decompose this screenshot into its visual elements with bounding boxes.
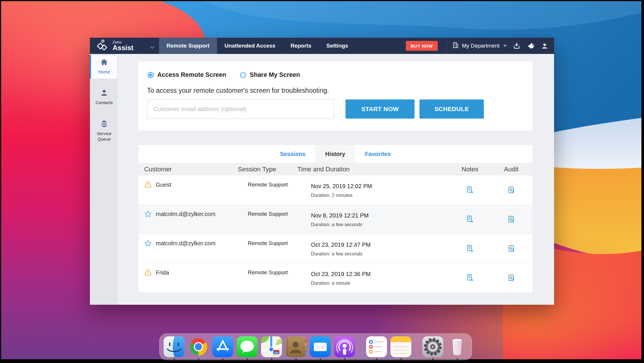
session-time: Nov 25, 2019 12:02 PM	[311, 183, 445, 190]
user-profile-button[interactable]	[538, 42, 554, 50]
dock-contacts[interactable]	[285, 336, 306, 360]
macos-dock: 280	[159, 333, 472, 360]
customer-email-input[interactable]	[147, 99, 334, 119]
start-now-button[interactable]: START NOW	[345, 99, 415, 119]
tab-favorites[interactable]: Favorites	[355, 145, 401, 163]
customer-name: malcolm.d@zylker.com	[156, 211, 216, 217]
table-row[interactable]: malcolm.d@zylker.com Remote Support Oct …	[138, 234, 532, 263]
announcements-button[interactable]	[524, 42, 538, 50]
app-store-icon	[212, 336, 233, 357]
buy-now-button[interactable]: BUY NOW	[406, 41, 438, 51]
session-type: Remote Support	[238, 205, 297, 234]
dock-chrome[interactable]	[188, 336, 209, 360]
history-tabs: Sessions History Favorites	[138, 145, 532, 163]
session-duration: Duration: a few seconds	[311, 222, 445, 227]
navbar-right: BUY NOW My Department	[406, 38, 554, 54]
sidebar-item-label: Home	[98, 69, 110, 75]
customer-name: malcolm.d@zylker.com	[156, 240, 216, 247]
left-sidebar: Home Contacts	[90, 54, 117, 305]
top-navbar: Zoho Assist Remote Support Unattended Ac…	[90, 38, 554, 54]
table-row[interactable]: malcolm.d@zylker.com Remote Support Nov …	[138, 204, 532, 234]
notes-icon	[466, 244, 474, 253]
notes-button[interactable]	[445, 263, 495, 292]
caret-down-icon	[503, 45, 507, 47]
dock-system-preferences[interactable]	[422, 336, 443, 360]
dock-separator	[359, 336, 363, 357]
sidebar-item-label: Service Queue	[92, 131, 116, 142]
dock-trash[interactable]	[447, 336, 468, 360]
star-icon	[144, 210, 152, 218]
audit-icon	[507, 215, 515, 223]
chrome-icon	[188, 336, 209, 357]
audit-icon	[507, 244, 515, 253]
session-time: Nov 8, 2019 12:21 PM	[311, 212, 445, 219]
radio-label: Access Remote Screen	[157, 71, 226, 79]
notes-button[interactable]	[445, 234, 495, 263]
star-icon	[144, 239, 152, 247]
tab-settings[interactable]: Settings	[319, 38, 356, 54]
dock-mail[interactable]	[310, 336, 331, 360]
session-start-card: Access Remote Screen Share My Screen To …	[138, 61, 532, 130]
sidebar-item-contacts[interactable]: Contacts	[90, 86, 117, 110]
sidebar-item-label: Contacts	[95, 100, 113, 106]
tab-reports[interactable]: Reports	[283, 38, 319, 54]
main-content: Access Remote Screen Share My Screen To …	[117, 54, 554, 305]
chevron-down-icon[interactable]	[150, 45, 154, 50]
download-button[interactable]	[510, 42, 524, 50]
dock-separator	[415, 336, 419, 357]
warning-icon	[144, 181, 152, 188]
dock-messages[interactable]	[237, 336, 258, 360]
tab-history[interactable]: History	[315, 145, 355, 163]
customer-name: Frida	[156, 269, 169, 276]
audit-button[interactable]	[495, 234, 528, 263]
audit-button[interactable]	[495, 205, 528, 234]
svg-text:280: 280	[274, 351, 278, 354]
table-row[interactable]: Frida Remote Support Oct 23, 2019 12:36 …	[138, 263, 532, 292]
dock-podcasts[interactable]	[334, 336, 355, 360]
dock-app-store[interactable]	[212, 336, 233, 360]
radio-share-my-screen[interactable]: Share My Screen	[240, 71, 300, 79]
service-queue-icon	[100, 119, 108, 129]
session-duration: Duration: a few seconds	[311, 251, 445, 257]
sidebar-item-home[interactable]: Home	[90, 55, 117, 79]
dock-notes[interactable]	[390, 336, 411, 360]
notes-icon	[466, 215, 474, 223]
department-selector[interactable]: My Department	[447, 41, 510, 50]
session-mode-radios: Access Remote Screen Share My Screen	[147, 71, 524, 79]
audit-button[interactable]	[495, 175, 528, 204]
schedule-button[interactable]: SCHEDULE	[419, 99, 484, 119]
radio-access-remote-screen[interactable]: Access Remote Screen	[147, 71, 226, 79]
customer-name: Guest	[156, 182, 171, 188]
mail-icon	[310, 336, 331, 357]
reminders-icon	[366, 336, 387, 357]
notes-icon	[466, 186, 474, 194]
brand-block[interactable]: Zoho Assist	[90, 38, 159, 54]
notes-button[interactable]	[445, 205, 495, 234]
sidebar-item-service-queue[interactable]: Service Queue	[90, 116, 117, 146]
tab-unattended-access[interactable]: Unattended Access	[217, 38, 283, 54]
notes-icon	[466, 274, 474, 282]
finder-icon	[164, 336, 184, 357]
tab-sessions[interactable]: Sessions	[270, 145, 315, 163]
dock-maps[interactable]: 280	[261, 336, 282, 360]
dock-finder[interactable]	[164, 336, 184, 360]
radio-unselected-icon	[240, 72, 247, 79]
tab-remote-support[interactable]: Remote Support	[159, 38, 217, 54]
notes-button[interactable]	[445, 175, 495, 204]
contacts-icon	[285, 336, 306, 357]
dock-reminders[interactable]	[366, 336, 387, 360]
desktop-screen: Zoho Assist Remote Support Unattended Ac…	[0, 0, 644, 363]
zoho-assist-logo-icon	[96, 39, 109, 52]
col-time-duration: Time and Duration	[297, 166, 445, 173]
radio-selected-icon	[147, 72, 154, 79]
notes-icon-app	[390, 336, 411, 357]
brand-product: Assist	[113, 44, 133, 51]
col-audit: Audit	[495, 166, 528, 173]
col-session-type: Session Type	[238, 166, 297, 173]
table-row[interactable]: Guest Remote Support Nov 25, 2019 12:02 …	[138, 175, 532, 204]
window-body: Home Contacts	[90, 54, 554, 305]
department-label: My Department	[462, 43, 500, 49]
audit-button[interactable]	[495, 263, 528, 292]
audit-icon	[507, 186, 515, 194]
home-icon	[100, 58, 108, 67]
